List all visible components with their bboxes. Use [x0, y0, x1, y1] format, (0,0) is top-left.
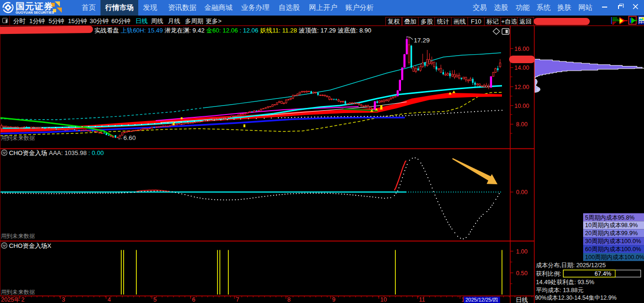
- svg-text:6: 6: [192, 296, 195, 303]
- svg-text:3: 3: [62, 296, 65, 303]
- svg-text:11: 11: [419, 296, 425, 303]
- svg-text:0.50: 0.50: [516, 270, 527, 277]
- svg-text:10.00: 10.00: [514, 103, 529, 109]
- svg-text:14.00: 14.00: [514, 65, 529, 71]
- svg-text:CHO资金入场X: CHO资金入场X: [9, 242, 51, 249]
- svg-text:30周期内成本100.0%: 30周期内成本100.0%: [585, 238, 641, 245]
- svg-text:0.00: 0.00: [516, 189, 527, 196]
- svg-text:获利比例:: 获利比例:: [536, 270, 561, 277]
- svg-text:用到未来数据: 用到未来数据: [1, 289, 35, 295]
- svg-text:16.00: 16.00: [514, 46, 529, 52]
- svg-text:7: 7: [236, 296, 239, 303]
- svg-text:←6.60: ←6.60: [117, 134, 136, 141]
- svg-text:用到未来数据: 用到未来数据: [1, 135, 35, 141]
- svg-text:成本分布,日期: 2025/12/25: 成本分布,日期: 2025/12/25: [536, 262, 606, 269]
- svg-text:8: 8: [287, 296, 291, 303]
- svg-text:8.00: 8.00: [516, 121, 527, 128]
- svg-text:5: 5: [153, 296, 157, 303]
- svg-text:10周期内成本98.9%: 10周期内成本98.9%: [585, 222, 638, 229]
- svg-text:实战看盘 上轨60H: 15.49 潜龙在渊: 9.42 金: 实战看盘 上轨60H: 15.49 潜龙在渊: 9.42 金60: 12.06 …: [94, 27, 371, 34]
- svg-text:14.49处获利盘: 93.5%: 14.49处获利盘: 93.5%: [536, 279, 594, 286]
- svg-text:2025年: 2025年: [1, 296, 20, 303]
- svg-text:2: 2: [21, 296, 25, 303]
- svg-text:CHO资金入场 AAA: 1035.98 : 0.00: CHO资金入场 AAA: 1035.98 : 0.00: [9, 149, 104, 156]
- svg-text:10: 10: [380, 296, 387, 303]
- svg-text:9: 9: [332, 296, 335, 303]
- svg-text:平均成本: 13.88元: 平均成本: 13.88元: [536, 287, 584, 294]
- svg-text:100周期内成本100.0%: 100周期内成本100.0%: [585, 254, 644, 261]
- svg-text:17.29: 17.29: [414, 37, 430, 44]
- svg-text:20周期内成本99.9%: 20周期内成本99.9%: [585, 230, 638, 237]
- svg-text:90%成本12.30-14.54集中12.9%: 90%成本12.30-14.54集中12.9%: [535, 295, 617, 301]
- svg-text:5周期内成本95.8%: 5周期内成本95.8%: [585, 214, 635, 221]
- svg-text:用到未来数据: 用到未来数据: [1, 233, 35, 239]
- svg-text:2025/12/25/四: 2025/12/25/四: [465, 297, 498, 303]
- svg-text:日线: 日线: [516, 296, 528, 303]
- svg-text:67.4%: 67.4%: [594, 270, 611, 277]
- svg-text:12.00: 12.00: [514, 84, 529, 90]
- svg-text:60周期内成本100.0%: 60周期内成本100.0%: [585, 246, 641, 253]
- svg-text:1.00: 1.00: [516, 248, 527, 255]
- svg-text:4: 4: [108, 296, 111, 303]
